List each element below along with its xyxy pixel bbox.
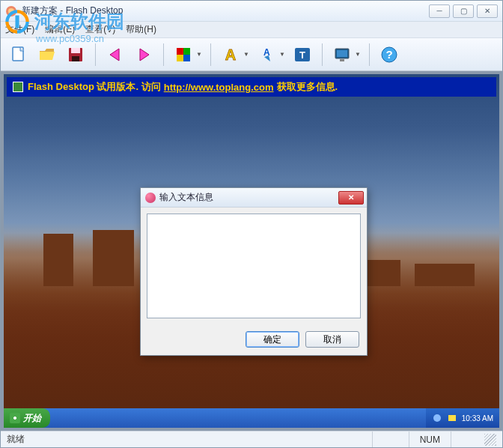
landscape-rock [43, 234, 73, 286]
svg-rect-4 [71, 48, 80, 53]
help-button[interactable]: ? [377, 43, 401, 67]
statusbar: 就绪 NUM [1, 431, 502, 447]
tray-clock: 10:33 AM [462, 414, 493, 423]
text-tt-button[interactable]: T [290, 43, 314, 67]
menu-file[interactable]: 文件(F) [5, 23, 34, 36]
system-tray[interactable]: 10:33 AM [426, 408, 499, 428]
back-button[interactable] [103, 43, 127, 67]
toolbar-separator [210, 43, 211, 66]
svg-rect-15 [337, 50, 347, 57]
menu-edit[interactable]: 编辑(E) [45, 23, 75, 36]
maximize-button[interactable]: ▢ [453, 4, 474, 18]
text-arrow-button[interactable]: A [254, 43, 278, 67]
dialog-titlebar[interactable]: 输入文本信息 ✕ [141, 188, 367, 208]
embedded-taskbar: 开始 10:33 AM [4, 408, 499, 428]
dropdown-arrow-icon[interactable]: ▼ [195, 43, 203, 67]
trial-text-prefix: Flash Desktop 试用版本. 访问 [28, 80, 161, 94]
main-window: 新建方案 - Flash Desktop ─ ▢ ✕ 文件(F) 编辑(E) 查… [0, 0, 503, 448]
landscape-rock [93, 230, 134, 286]
svg-rect-9 [183, 55, 190, 61]
tray-icon [432, 413, 442, 423]
trial-link[interactable]: http://www.toplang.com [164, 82, 274, 93]
dialog-buttons: 确定 取消 [141, 327, 367, 355]
dropdown-arrow-icon[interactable]: ▼ [243, 43, 250, 67]
workspace: Flash Desktop 试用版本. 访问 http://www.toplan… [1, 71, 502, 431]
app-icon [5, 5, 17, 17]
system-icon [13, 82, 23, 92]
ok-button[interactable]: 确定 [246, 331, 299, 348]
svg-rect-16 [340, 59, 344, 61]
window-controls: ─ ▢ ✕ [429, 4, 498, 18]
trial-text-suffix: 获取更多信息. [277, 80, 338, 94]
toolbar-separator [369, 43, 370, 66]
dialog-close-button[interactable]: ✕ [338, 191, 364, 205]
status-empty-cell [372, 432, 409, 447]
text-style-button[interactable]: A [219, 43, 243, 67]
dialog-body [141, 208, 367, 327]
landscape-rock [415, 264, 475, 286]
open-folder-button[interactable] [35, 43, 59, 67]
close-button[interactable]: ✕ [477, 4, 498, 18]
cancel-button[interactable]: 取消 [305, 331, 359, 348]
status-num: NUM [409, 432, 451, 447]
dialog-icon [145, 193, 156, 203]
start-label: 开始 [23, 412, 41, 425]
svg-point-1 [8, 8, 14, 14]
monitor-button[interactable] [330, 43, 354, 67]
toolbar-separator [163, 43, 164, 66]
color-panel-button[interactable] [171, 43, 195, 67]
forward-button[interactable] [132, 43, 156, 67]
toolbar-separator [322, 43, 323, 66]
toolbar-separator [95, 43, 96, 66]
svg-rect-8 [177, 55, 183, 61]
status-empty-cell [451, 432, 480, 447]
svg-rect-7 [183, 48, 190, 55]
minimize-button[interactable]: ─ [429, 4, 450, 18]
tray-icon [447, 413, 457, 423]
status-ready: 就绪 [7, 433, 372, 446]
dialog-title: 输入文本信息 [159, 191, 338, 204]
toolbar: ▼ A ▼ A ▼ T ▼ ? [1, 38, 502, 71]
window-title: 新建方案 - Flash Desktop [22, 4, 429, 17]
menu-help[interactable]: 帮助(H) [126, 23, 156, 36]
svg-point-19 [433, 414, 441, 422]
menu-view[interactable]: 查看(V) [85, 23, 115, 36]
svg-text:T: T [299, 49, 305, 61]
dropdown-arrow-icon[interactable]: ▼ [278, 43, 286, 67]
svg-text:?: ? [385, 48, 392, 61]
new-file-button[interactable] [7, 43, 31, 67]
titlebar: 新建方案 - Flash Desktop ─ ▢ ✕ [1, 1, 502, 22]
svg-rect-5 [72, 56, 79, 61]
menubar: 文件(F) 编辑(E) 查看(V) 帮助(H) [1, 22, 502, 38]
text-input-field[interactable] [147, 214, 361, 318]
svg-rect-20 [448, 415, 456, 421]
dropdown-arrow-icon[interactable]: ▼ [354, 43, 362, 67]
svg-rect-6 [177, 48, 183, 55]
text-input-dialog: 输入文本信息 ✕ 确定 取消 [140, 187, 368, 356]
resize-grip-icon[interactable] [484, 434, 496, 446]
trial-banner: Flash Desktop 试用版本. 访问 http://www.toplan… [7, 77, 496, 97]
save-button[interactable] [64, 43, 88, 67]
start-button[interactable]: 开始 [4, 408, 50, 428]
svg-text:A: A [225, 46, 236, 63]
